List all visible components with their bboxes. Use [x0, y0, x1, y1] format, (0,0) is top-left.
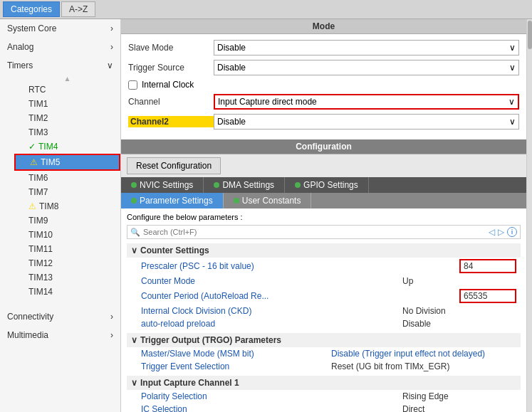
- input-capture-label: Input Capture Channel 1: [140, 378, 239, 388]
- tim8-warn-icon: ⚠: [28, 201, 36, 211]
- atoz-tab[interactable]: A->Z: [61, 1, 95, 17]
- prescaler-name: Prescaler (PSC - 16 bit value): [141, 261, 459, 271]
- reset-config-button[interactable]: Reset Configuration: [127, 157, 221, 174]
- top-bar: Categories A->Z: [0, 0, 532, 19]
- autoreload-row: auto-reload preload Disable: [127, 317, 521, 330]
- prescaler-value: 84: [459, 259, 516, 273]
- sidebar-item-tim9[interactable]: TIM9: [14, 213, 120, 228]
- sidebar-item-tim11[interactable]: TIM11: [14, 242, 120, 256]
- trigger-output-label: Trigger Output (TRGO) Parameters: [140, 335, 281, 345]
- gpio-label: GPIO Settings: [303, 180, 358, 190]
- internal-clock-checkbox[interactable]: [128, 80, 137, 90]
- channel2-select[interactable]: Disable ∨: [214, 114, 519, 130]
- parameters-area: Configure the below parameters : 🔍 ◁ ▷ i…: [121, 208, 526, 412]
- user-constants-label: User Constants: [242, 196, 301, 206]
- sidebar-item-tim14[interactable]: TIM14: [14, 285, 120, 299]
- sidebar-section-analog[interactable]: Analog ›: [0, 38, 120, 56]
- counter-mode-row: Counter Mode Up: [127, 275, 521, 287]
- sidebar-item-tim3[interactable]: TIM3: [14, 125, 120, 139]
- nvic-label: NVIC Settings: [140, 180, 193, 190]
- trigger-source-row: Trigger Source Disable ∨: [128, 60, 519, 75]
- nav-prev-icon[interactable]: ◁: [489, 227, 495, 237]
- channel2-label: Channel2: [128, 116, 214, 127]
- counter-settings-group: ∨ Counter Settings Prescaler (PSC - 16 b…: [127, 243, 521, 330]
- autoreload-name: auto-reload preload: [141, 319, 402, 329]
- analog-label: Analog: [7, 42, 33, 52]
- tab-dma[interactable]: DMA Settings: [204, 177, 285, 193]
- trigger-source-arrow: ∨: [509, 63, 516, 73]
- internal-clock-label: Internal Clock: [142, 80, 194, 90]
- mode-form: Slave Mode Disable ∨ Trigger Source Disa…: [121, 34, 526, 139]
- input-capture-group: ∨ Input Capture Channel 1 Polarity Selec…: [127, 376, 521, 412]
- ckd-name: Internal Clock Division (CKD): [141, 306, 402, 316]
- sidebar-item-tim7[interactable]: TIM7: [14, 185, 120, 199]
- tabs-row-2: Parameter Settings User Constants: [121, 193, 526, 208]
- sidebar-section-multimedia[interactable]: Multimedia ›: [0, 326, 120, 344]
- trigger-source-select[interactable]: Disable ∨: [214, 60, 519, 75]
- sidebar-section-system-core[interactable]: System Core ›: [0, 19, 120, 38]
- counter-period-row: Counter Period (AutoReload Re... 65535: [127, 287, 521, 305]
- sidebar: System Core › Analog › Timers ∨ ▲ RTC TI…: [0, 19, 121, 412]
- categories-tab[interactable]: Categories: [3, 1, 60, 17]
- trigger-source-label: Trigger Source: [128, 63, 214, 73]
- internal-clock-row: Internal Clock: [128, 80, 519, 90]
- dma-label: DMA Settings: [222, 180, 274, 190]
- trigger-output-header[interactable]: ∨ Trigger Output (TRGO) Parameters: [127, 333, 521, 347]
- counter-settings-label: Counter Settings: [140, 245, 209, 255]
- sidebar-item-tim13[interactable]: TIM13: [14, 270, 120, 285]
- counter-settings-header[interactable]: ∨ Counter Settings: [127, 243, 521, 258]
- sidebar-item-tim4[interactable]: ✓ TIM4: [14, 139, 120, 154]
- multimedia-arrow: ›: [110, 330, 113, 340]
- slave-mode-label: Slave Mode: [128, 43, 214, 53]
- right-scrollbar[interactable]: [526, 19, 532, 412]
- input-capture-header[interactable]: ∨ Input Capture Channel 1: [127, 376, 521, 390]
- content-area: Mode Slave Mode Disable ∨ Trigger Source…: [121, 19, 526, 412]
- timers-list: ▲ RTC TIM1 TIM2 TIM3 ✓ TIM4 ⚠ TIM5 TIM6 …: [0, 75, 120, 299]
- sidebar-item-tim1[interactable]: TIM1: [14, 97, 120, 111]
- nav-next-icon[interactable]: ▷: [498, 227, 504, 237]
- params-desc: Configure the below parameters :: [127, 213, 521, 221]
- tab-user-constants[interactable]: User Constants: [224, 193, 312, 208]
- sidebar-item-tim10[interactable]: TIM10: [14, 228, 120, 242]
- multimedia-label: Multimedia: [7, 330, 48, 340]
- sidebar-item-tim6[interactable]: TIM6: [14, 171, 120, 185]
- sidebar-item-tim8[interactable]: ⚠ TIM8: [14, 199, 120, 213]
- ic-selection-name: IC Selection: [141, 404, 402, 412]
- ckd-value: No Division: [402, 306, 516, 316]
- channel-arrow: ∨: [508, 97, 515, 107]
- counter-mode-value: Up: [402, 276, 516, 286]
- user-constants-dot: [234, 198, 239, 204]
- info-icon[interactable]: i: [507, 227, 517, 237]
- tab-nvic[interactable]: NVIC Settings: [121, 177, 204, 193]
- msm-name: Master/Slave Mode (MSM bit): [141, 349, 331, 359]
- polarity-name: Polarity Selection: [141, 391, 402, 401]
- trigger-event-name: Trigger Event Selection: [141, 361, 331, 371]
- sidebar-item-tim2[interactable]: TIM2: [14, 111, 120, 125]
- mode-section-header: Mode: [121, 19, 526, 34]
- sidebar-item-tim5[interactable]: ⚠ TIM5: [14, 154, 120, 171]
- ic-selection-row: IC Selection Direct: [127, 403, 521, 412]
- msm-row: Master/Slave Mode (MSM bit) Disable (Tri…: [127, 347, 521, 360]
- tab-gpio[interactable]: GPIO Settings: [285, 177, 369, 193]
- search-icon: 🔍: [130, 228, 140, 237]
- connectivity-arrow: ›: [110, 312, 113, 322]
- gpio-dot: [295, 182, 301, 188]
- msm-value: Disable (Trigger input effect not delaye…: [331, 349, 516, 359]
- slave-mode-select[interactable]: Disable ∨: [214, 40, 519, 56]
- param-dot: [131, 198, 137, 204]
- analog-arrow: ›: [110, 42, 113, 52]
- prescaler-row: Prescaler (PSC - 16 bit value) 84: [127, 258, 521, 275]
- channel-label: Channel: [128, 97, 214, 107]
- connectivity-label: Connectivity: [7, 312, 53, 322]
- counter-mode-name: Counter Mode: [141, 276, 402, 286]
- tab-parameter-settings[interactable]: Parameter Settings: [121, 193, 224, 208]
- sidebar-item-rtc[interactable]: RTC: [14, 83, 120, 97]
- channel-select[interactable]: Input Capture direct mode ∨: [214, 94, 519, 110]
- tabs-row-1: NVIC Settings DMA Settings GPIO Settings: [121, 177, 526, 193]
- sidebar-item-tim12[interactable]: TIM12: [14, 256, 120, 270]
- trigger-event-row: Trigger Event Selection Reset (UG bit fr…: [127, 360, 521, 373]
- sidebar-section-timers[interactable]: Timers ∨: [0, 56, 120, 75]
- counter-period-value: 65535: [459, 289, 516, 303]
- search-input[interactable]: [143, 228, 486, 236]
- sidebar-section-connectivity[interactable]: Connectivity ›: [0, 307, 120, 326]
